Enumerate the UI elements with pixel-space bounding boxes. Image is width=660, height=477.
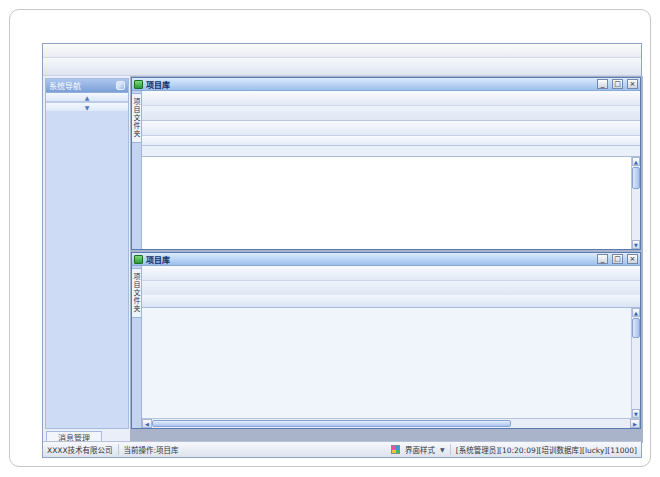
scroll-thumb[interactable] — [632, 318, 640, 338]
scroll-up-arrow[interactable]: ▲ — [632, 157, 640, 166]
sidebar-header: 系统导航 — [46, 79, 128, 93]
scroll-down-arrow[interactable]: ▼ — [632, 409, 640, 418]
table-horizontal-scrollbar[interactable]: ◀ ▶ — [142, 418, 640, 428]
status-bar: XXXX技术有限公司 当前操作:项目库 界面样式 ▼ [系统管理员][10:20… — [43, 441, 641, 457]
table-window: 项目库 _ □ × 项目文件夹 ▲ — [131, 252, 641, 429]
sidebar-scroll-up[interactable]: ▲ — [46, 93, 128, 102]
scroll-down-arrow[interactable]: ▼ — [632, 240, 640, 249]
gantt-day-header — [142, 146, 640, 157]
maximize-button[interactable]: □ — [612, 254, 623, 264]
pin-icon[interactable] — [116, 81, 125, 90]
scroll-thumb[interactable] — [632, 167, 640, 189]
gantt-month-header — [142, 136, 640, 146]
minimize-button[interactable]: _ — [597, 79, 608, 89]
interface-style-button[interactable]: 界面样式 — [405, 444, 435, 455]
main-toolbar — [43, 58, 641, 76]
maximize-button[interactable]: □ — [612, 79, 623, 89]
gantt-window-titlebar[interactable]: 项目库 _ □ × — [132, 78, 640, 91]
close-button[interactable]: × — [627, 254, 638, 264]
interface-style-icon — [391, 445, 400, 454]
side-tabstrip: 项目文件夹 — [132, 91, 142, 249]
gantt-toolbar — [142, 120, 640, 136]
app-window: 系统导航 ▲ ▼ 消息管理 项目库 _ □ × 项目文件夹 — [42, 43, 642, 458]
sidebar-scroll-down[interactable]: ▼ — [46, 102, 128, 111]
project-window-icon — [134, 255, 143, 264]
gantt-tab-strip — [142, 106, 640, 120]
menu-bar — [43, 44, 641, 58]
outer-card: 系统导航 ▲ ▼ 消息管理 项目库 _ □ × 项目文件夹 — [9, 9, 651, 467]
table-tab-strip — [142, 281, 640, 295]
scroll-up-arrow[interactable]: ▲ — [632, 308, 640, 317]
side-tabstrip: 项目文件夹 — [132, 266, 142, 428]
current-operation: 当前操作:项目库 — [124, 444, 179, 455]
sidebar: 系统导航 ▲ ▼ — [45, 78, 129, 429]
tab-project-folder[interactable]: 项目文件夹 — [132, 93, 142, 143]
gantt-window: 项目库 _ □ × 项目文件夹 ▲ — [131, 77, 641, 250]
scroll-right-arrow[interactable]: ▶ — [630, 419, 640, 428]
chevron-down-icon[interactable]: ▼ — [440, 446, 445, 453]
filter-toolbar — [142, 91, 640, 106]
company-name: XXXX技术有限公司 — [47, 444, 113, 455]
filter-toolbar — [142, 266, 640, 281]
close-button[interactable]: × — [627, 79, 638, 89]
gantt-vertical-scrollbar[interactable]: ▲ ▼ — [631, 157, 640, 249]
scroll-left-arrow[interactable]: ◀ — [142, 419, 152, 428]
project-window-icon — [134, 80, 143, 89]
scroll-thumb[interactable] — [152, 420, 511, 427]
session-info: [系统管理员][10:20:09][培训数据库][lucky][11000] — [456, 444, 637, 455]
mdi-area: 项目库 _ □ × 项目文件夹 ▲ — [130, 76, 643, 443]
table-vertical-scrollbar[interactable]: ▲ ▼ — [631, 308, 640, 418]
sidebar-title: 系统导航 — [49, 80, 81, 91]
gantt-window-title: 项目库 — [146, 79, 593, 90]
table-window-titlebar[interactable]: 项目库 _ □ × — [132, 253, 640, 266]
gantt-chart — [142, 157, 631, 249]
table-window-title: 项目库 — [146, 254, 593, 265]
tab-project-folder[interactable]: 项目文件夹 — [132, 268, 142, 318]
table-header — [142, 295, 640, 308]
minimize-button[interactable]: _ — [597, 254, 608, 264]
